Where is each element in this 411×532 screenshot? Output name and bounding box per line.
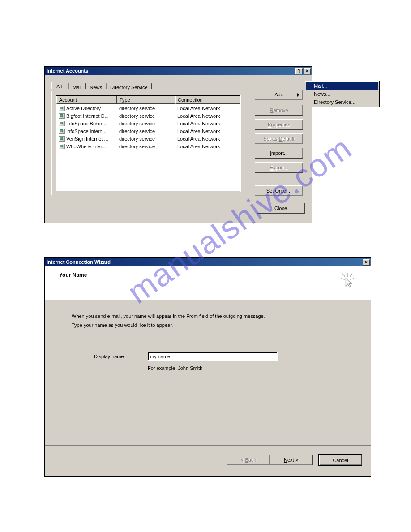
table-row[interactable]: VeriSign Internet ...directory serviceLo…	[56, 135, 240, 142]
back-button[interactable]: < Back	[227, 455, 270, 465]
svg-line-4	[350, 274, 352, 277]
add-button[interactable]: Add	[255, 90, 303, 100]
flyout-item-mail[interactable]: Mail...	[306, 82, 378, 90]
help-button[interactable]: ?	[295, 68, 303, 74]
next-button[interactable]: Next >	[270, 455, 313, 465]
directory-service-icon	[59, 113, 65, 119]
table-row[interactable]: InfoSpace Busin...directory serviceLocal…	[56, 120, 240, 127]
tab-panel: Account Type Connection Active Directory…	[51, 91, 244, 195]
close-icon[interactable]: ×	[363, 259, 370, 266]
table-row[interactable]: InfoSpace Intern...directory serviceLoca…	[56, 127, 240, 135]
wizard-instruction-1: When you send e-mail, your name will app…	[72, 313, 353, 320]
wizard-subtitle: Your Name	[55, 272, 87, 278]
add-button-label: Add	[274, 92, 283, 97]
wizard-instruction-2: Type your name as you would like it to a…	[72, 322, 353, 329]
table-row[interactable]: Bigfoot Internet D...directory serviceLo…	[56, 112, 240, 120]
close-icon[interactable]: ×	[304, 68, 311, 74]
listview-rows: Active Directorydirectory serviceLocal A…	[56, 104, 240, 150]
tab-mail[interactable]: Mail	[68, 83, 86, 89]
titlebar[interactable]: Internet Accounts ? ×	[45, 67, 312, 75]
svg-line-3	[342, 274, 345, 277]
display-name-row: Display name:	[94, 352, 353, 361]
cursor-click-icon	[339, 272, 357, 290]
directory-service-icon	[59, 144, 65, 149]
wizard-titlebar[interactable]: Internet Connection Wizard ×	[45, 258, 371, 266]
directory-service-icon	[59, 106, 65, 111]
connection-wizard-dialog: Internet Connection Wizard × Your Name W…	[44, 257, 371, 477]
tab-news[interactable]: News	[86, 83, 106, 89]
svg-line-1	[341, 279, 345, 280]
tab-bar: All Mail News Directory Service	[51, 82, 152, 89]
directory-service-icon	[59, 136, 65, 142]
properties-button[interactable]: Properties	[255, 119, 303, 130]
cancel-button[interactable]: Cancel	[319, 455, 362, 465]
tab-all[interactable]: All	[51, 82, 68, 89]
display-name-label: Display name:	[94, 354, 148, 359]
add-flyout-menu[interactable]: Mail... News... Directory Service...	[304, 81, 380, 107]
table-row[interactable]: WhoWhere Inter...directory serviceLocal …	[56, 142, 240, 150]
export-button[interactable]: Export...	[255, 162, 303, 173]
col-account[interactable]: Account	[56, 96, 117, 104]
example-text: For example: John Smith	[148, 365, 353, 371]
directory-service-icon	[59, 121, 65, 126]
dialog-body: All Mail News Directory Service Account …	[45, 75, 312, 223]
internet-accounts-dialog: Internet Accounts ? × All Mail News Dire…	[44, 66, 312, 223]
remove-button[interactable]: Remove	[255, 105, 303, 116]
set-default-button[interactable]: Set as Default	[255, 133, 303, 144]
close-button[interactable]: Close	[257, 203, 305, 214]
wizard-title: Internet Connection Wizard	[47, 258, 111, 266]
svg-line-2	[350, 279, 354, 280]
table-row[interactable]: Active Directorydirectory serviceLocal A…	[56, 104, 240, 112]
set-order-button[interactable]: Set Order...	[255, 185, 303, 196]
flyout-item-news[interactable]: News...	[306, 90, 378, 98]
directory-service-icon	[59, 129, 65, 134]
import-button[interactable]: Import...	[255, 148, 303, 159]
chevron-right-icon	[297, 93, 299, 97]
col-type[interactable]: Type	[117, 96, 175, 104]
flyout-item-directory-service[interactable]: Directory Service...	[306, 98, 378, 106]
wizard-body: When you send e-mail, your name will app…	[45, 300, 371, 446]
col-connection[interactable]: Connection	[175, 96, 240, 104]
dialog-title: Internet Accounts	[47, 67, 88, 75]
tab-directory-service[interactable]: Directory Service	[106, 83, 152, 89]
close-button-row: Close	[257, 203, 305, 217]
button-column: Add Remove Properties Set as Default Imp…	[255, 90, 305, 200]
wizard-footer: < Back Next > Cancel	[45, 446, 371, 473]
listview-header: Account Type Connection	[56, 96, 240, 104]
wizard-header: Your Name	[45, 266, 371, 300]
display-name-input[interactable]	[148, 352, 278, 361]
accounts-listview[interactable]: Account Type Connection Active Directory…	[56, 95, 241, 192]
